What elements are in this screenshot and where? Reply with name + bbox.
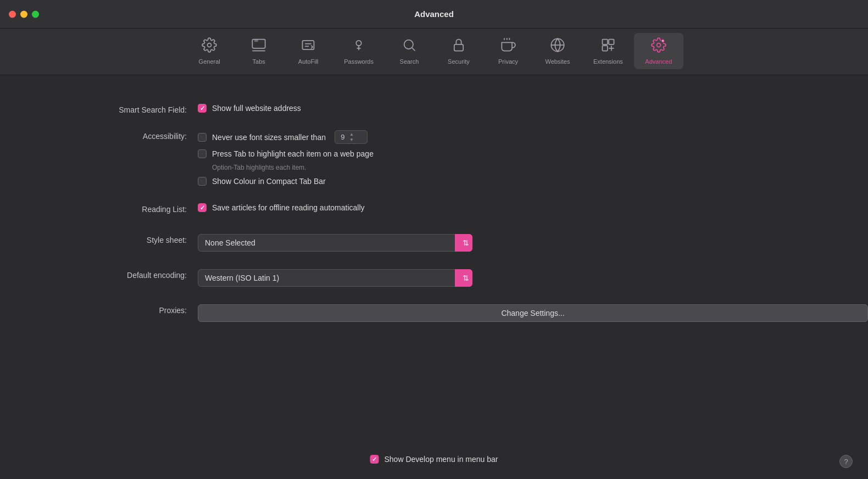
smart-search-control: Show full website address [198, 104, 868, 113]
tab-advanced-label: Advanced [645, 58, 672, 65]
security-icon [451, 37, 466, 55]
tab-advanced[interactable]: Advanced [634, 33, 683, 69]
svg-rect-3 [303, 41, 314, 49]
window-controls [9, 10, 39, 18]
accessibility-control: Never use font sizes smaller than 9 ▲ ▼ … [198, 130, 868, 186]
tab-highlight-checkbox[interactable] [198, 149, 207, 158]
smart-search-checkbox[interactable] [198, 104, 207, 113]
tab-websites-label: Websites [545, 58, 570, 65]
settings-content: Smart Search Field: Show full website ad… [0, 75, 868, 350]
close-button[interactable] [9, 10, 16, 18]
help-button[interactable]: ? [839, 455, 853, 468]
proxies-control: Change Settings... [198, 304, 868, 322]
svg-rect-11 [454, 44, 463, 51]
tab-privacy[interactable]: Privacy [483, 33, 533, 69]
show-colour-row: Show Colour in Compact Tab Bar [198, 177, 868, 186]
reading-list-checkbox-row: Save articles for offline reading automa… [198, 203, 868, 212]
proxies-label: Proxies: [0, 304, 198, 315]
tab-highlight-row: Press Tab to highlight each item on a we… [198, 149, 868, 158]
proxies-row: Proxies: Change Settings... [0, 298, 868, 328]
default-encoding-row: Default encoding: Western (ISO Latin 1) … [0, 263, 868, 293]
svg-rect-19 [609, 40, 614, 44]
tab-tabs[interactable]: Tabs [234, 33, 283, 69]
svg-point-6 [356, 41, 361, 46]
general-icon [202, 37, 217, 55]
passwords-icon [351, 37, 366, 55]
font-size-row: Never use font sizes smaller than 9 ▲ ▼ [198, 130, 868, 144]
font-size-up-arrow[interactable]: ▲ [349, 132, 354, 137]
show-colour-label: Show Colour in Compact Tab Bar [212, 177, 326, 186]
tab-extensions[interactable]: Extensions [582, 33, 634, 69]
maximize-button[interactable] [32, 10, 39, 18]
tab-autofill-label: AutoFill [298, 58, 319, 65]
accessibility-row: Accessibility: Never use font sizes smal… [0, 124, 868, 192]
autofill-icon [301, 37, 316, 55]
reading-list-label: Reading List: [0, 203, 198, 214]
tab-passwords[interactable]: Passwords [333, 33, 385, 69]
font-size-label: Never use font sizes smaller than [212, 133, 326, 142]
extensions-icon [600, 37, 616, 55]
toolbar: General Tabs AutoFill [0, 29, 868, 75]
smart-search-label: Smart Search Field: [0, 104, 198, 114]
show-colour-checkbox[interactable] [198, 177, 207, 186]
advanced-icon [651, 37, 666, 55]
websites-icon [550, 37, 565, 55]
window-title: Advanced [414, 9, 454, 19]
show-develop-checkbox[interactable] [370, 455, 379, 464]
privacy-icon [500, 37, 516, 55]
tab-search[interactable]: Search [385, 33, 434, 69]
tab-privacy-label: Privacy [498, 58, 518, 65]
style-sheet-label: Style sheet: [0, 234, 198, 244]
tab-highlight-label: Press Tab to highlight each item on a we… [212, 149, 374, 158]
show-develop-row: Show Develop menu in menu bar [370, 455, 498, 464]
font-size-stepper[interactable]: 9 ▲ ▼ [335, 130, 368, 144]
svg-rect-1 [254, 40, 258, 42]
font-size-checkbox[interactable] [198, 133, 207, 142]
show-develop-label: Show Develop menu in menu bar [384, 455, 498, 464]
reading-list-row: Reading List: Save articles for offline … [0, 197, 868, 223]
accessibility-label: Accessibility: [0, 130, 198, 141]
tab-highlight-hint: Option-Tab highlights each item. [198, 164, 868, 171]
style-sheet-select-wrapper: None Selected ⇅ [198, 234, 472, 252]
svg-point-20 [661, 40, 664, 43]
tab-extensions-label: Extensions [593, 58, 623, 65]
font-size-down-arrow[interactable]: ▼ [349, 137, 354, 143]
tab-websites[interactable]: Websites [533, 33, 582, 69]
smart-search-checkbox-row: Show full website address [198, 104, 868, 113]
search-icon [402, 37, 417, 55]
style-sheet-select[interactable]: None Selected [198, 234, 472, 252]
tabs-icon [251, 37, 266, 55]
tab-search-label: Search [400, 58, 419, 65]
tab-security[interactable]: Security [434, 33, 483, 69]
svg-line-10 [412, 48, 415, 51]
style-sheet-row: Style sheet: None Selected ⇅ [0, 227, 868, 258]
tab-general-label: General [199, 58, 220, 65]
change-settings-button[interactable]: Change Settings... [198, 304, 868, 322]
style-sheet-control: None Selected ⇅ [198, 234, 868, 252]
tab-passwords-label: Passwords [344, 58, 374, 65]
svg-rect-18 [602, 46, 607, 51]
svg-rect-17 [602, 40, 607, 44]
font-size-arrows[interactable]: ▲ ▼ [349, 132, 354, 142]
minimize-button[interactable] [20, 10, 27, 18]
svg-point-9 [404, 40, 413, 49]
default-encoding-select[interactable]: Western (ISO Latin 1) [198, 269, 472, 287]
default-encoding-label: Default encoding: [0, 269, 198, 280]
tab-security-label: Security [448, 58, 470, 65]
reading-list-checkbox[interactable] [198, 203, 207, 212]
tab-autofill[interactable]: AutoFill [283, 33, 333, 69]
default-encoding-select-wrapper: Western (ISO Latin 1) ⇅ [198, 269, 472, 287]
smart-search-checkbox-label: Show full website address [212, 104, 301, 113]
default-encoding-control: Western (ISO Latin 1) ⇅ [198, 269, 868, 287]
reading-list-control: Save articles for offline reading automa… [198, 203, 868, 212]
tab-tabs-label: Tabs [253, 58, 265, 65]
smart-search-row: Smart Search Field: Show full website ad… [0, 97, 868, 124]
tab-general[interactable]: General [185, 33, 234, 69]
reading-list-checkbox-label: Save articles for offline reading automa… [212, 203, 365, 212]
title-bar: Advanced [0, 0, 868, 29]
font-size-value: 9 [338, 133, 347, 141]
